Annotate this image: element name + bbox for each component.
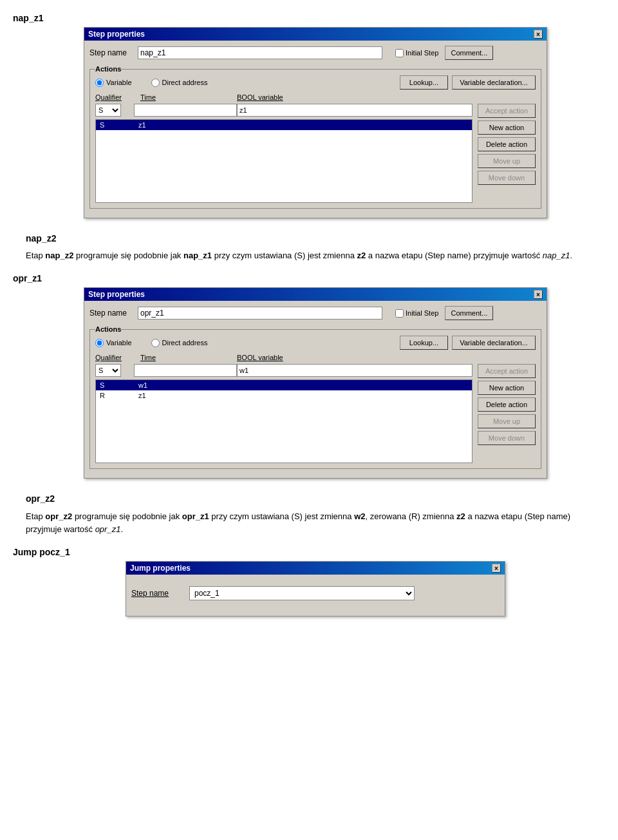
dialog2-actions-fieldset: Actions Variable Direct address Lookup..… [89, 325, 541, 469]
nap-z2-text1: Etap [26, 251, 45, 260]
jump-step-name-label: Step name [131, 589, 189, 598]
dialog1-time-input[interactable] [134, 104, 237, 117]
table-cell-qualifier: S [96, 380, 135, 390]
dialog1-table: S z1 [95, 119, 473, 203]
dialog2-accept-action-btn[interactable]: Accept action [478, 364, 536, 378]
dialog1-titlebar: Step properties × [84, 28, 547, 41]
opr-z2-text3: przy czym ustawiana (S) jest zmienna [209, 511, 354, 521]
dialog2-radio-row: Variable Direct address [95, 339, 220, 347]
dialog2-lookup-btn[interactable]: Lookup... [400, 336, 448, 350]
nap-z2-text3: przy czym ustawiana (S) jest zmienna [212, 251, 357, 260]
dialog1-step-name-label: Step name [89, 48, 138, 57]
jump-dialog-close-btn[interactable]: × [492, 564, 501, 573]
nap-z2-label: nap_z2 [26, 231, 605, 245]
dialog1-initial-step-checkbox[interactable] [395, 49, 404, 57]
dialog2-body: Step name Initial Step Comment... Action… [84, 301, 547, 478]
dialog1-move-up-btn[interactable]: Move up [478, 154, 536, 168]
jump-dialog: Jump properties × Step name pocz_1 [126, 561, 505, 616]
table-cell-qualifier: S [96, 120, 135, 130]
jump-dialog-titlebar: Jump properties × [126, 562, 505, 575]
dialog2-qualifier-col-label: Qualifier [95, 354, 134, 361]
nap-z2-section: nap_z2 Etap nap_z2 programuje się podobn… [26, 231, 605, 263]
dialog2-delete-action-btn[interactable]: Delete action [478, 397, 536, 412]
opr-z1-dialog: Step properties × Step name Initial Step… [84, 287, 547, 479]
dialog2-initial-step-checkbox[interactable] [395, 309, 404, 318]
nap-z2-description: Etap nap_z2 programuje się podobnie jak … [26, 249, 605, 263]
table-row[interactable]: S w1 [96, 380, 472, 390]
nap-z1-label: nap_z1 [13, 13, 605, 23]
dialog2-main-layout: S R N S [95, 364, 536, 466]
opr-z2-text2: programuje się podobnie jak [72, 511, 182, 521]
dialog2-table: S w1 R z1 [95, 379, 473, 463]
dialog2-header-row: Step name Initial Step Comment... [89, 306, 541, 320]
dialog1-variable-declaration-btn[interactable]: Variable declaration... [452, 75, 536, 90]
nap-z1-dialog: Step properties × Step name Initial Step… [84, 27, 547, 218]
dialog1-accept-action-btn[interactable]: Accept action [478, 104, 536, 118]
dialog2-table-inner: S w1 R z1 [96, 380, 472, 401]
table-cell-variable: z1 [135, 390, 472, 401]
dialog1-table-inner: S z1 [96, 120, 472, 130]
dialog2-new-action-btn[interactable]: New action [478, 381, 536, 395]
dialog1-variable-radio[interactable] [95, 79, 104, 87]
dialog2-variable-label: Variable [106, 339, 132, 347]
jump-dialog-title: Jump properties [130, 564, 191, 573]
dialog1-right-panel: Accept action New action Delete action M… [478, 104, 536, 205]
dialog1-new-action-btn[interactable]: New action [478, 120, 536, 135]
dialog1-lookup-btn[interactable]: Lookup... [400, 75, 448, 90]
dialog1-time-col-label: Time [140, 93, 230, 101]
dialog1-left-panel: S R N S [95, 104, 473, 205]
dialog2-bool-col-label: BOOL variable [237, 354, 283, 361]
table-row[interactable]: S z1 [96, 120, 472, 130]
dialog1-move-down-btn[interactable]: Move down [478, 171, 536, 185]
nap-z2-italic1: nap_z1 [543, 251, 570, 260]
dialog1-direct-address-radio[interactable] [151, 79, 160, 87]
dialog2-move-down-btn[interactable]: Move down [478, 431, 536, 445]
dialog1-comment-btn[interactable]: Comment... [445, 46, 493, 60]
opr-z2-section: opr_z2 Etap opr_z2 programuje się podobn… [26, 492, 605, 537]
dialog2-time-input[interactable] [134, 364, 237, 377]
dialog2-actions-legend: Actions [95, 325, 121, 333]
dialog1-header-row: Step name Initial Step Comment... [89, 46, 541, 60]
dialog1-qualifier-select[interactable]: S R N [95, 104, 121, 117]
opr-z2-bold3: w2 [354, 511, 365, 521]
dialog1-close-btn[interactable]: × [534, 30, 543, 39]
dialog1-radio-row: Variable Direct address [95, 79, 220, 87]
dialog2-qualifier-select[interactable]: S R N [95, 364, 121, 377]
dialog1-delete-action-btn[interactable]: Delete action [478, 137, 536, 151]
opr-z2-description: Etap opr_z2 programuje się podobnie jak … [26, 510, 605, 537]
dialog2-close-btn[interactable]: × [534, 290, 543, 299]
dialog2-titlebar: Step properties × [84, 288, 547, 301]
jump-name: pocz_1 [39, 547, 70, 557]
table-cell-variable: w1 [135, 380, 472, 390]
jump-label: Jump pocz_1 [13, 547, 605, 557]
jump-dialog-body: Step name pocz_1 [126, 575, 505, 616]
opr-z1-section: opr_z1 Step properties × Step name Initi… [13, 273, 605, 479]
dialog2-comment-btn[interactable]: Comment... [445, 306, 493, 320]
dialog2-title: Step properties [88, 290, 145, 299]
nap-z2-text5: . [570, 251, 572, 260]
nap-z2-text2: programuje się podobnie jak [73, 251, 183, 260]
dialog1-direct-address-label: Direct address [162, 79, 208, 86]
dialog1-actions-fieldset: Actions Variable Direct address Lookup..… [89, 65, 541, 209]
dialog2-direct-address-radio[interactable] [151, 339, 160, 347]
dialog2-bool-input[interactable] [237, 364, 473, 377]
dialog1-step-name-input[interactable] [138, 46, 382, 59]
dialog2-step-name-input[interactable] [138, 307, 382, 320]
nap-z2-bold2: nap_z1 [183, 251, 212, 260]
dialog2-move-up-btn[interactable]: Move up [478, 414, 536, 428]
dialog2-variable-declaration-btn[interactable]: Variable declaration... [452, 336, 536, 350]
opr-z2-bold1: opr_z2 [45, 511, 72, 521]
table-row[interactable]: R z1 [96, 390, 472, 401]
dialog1-qualifier-header: Qualifier Time BOOL variable [95, 93, 536, 101]
opr-z2-label: opr_z2 [26, 492, 605, 506]
jump-bold: Jump [13, 547, 37, 557]
dialog2-variable-radio[interactable] [95, 339, 104, 347]
nap-z2-text4: a nazwa etapu (Step name) przyjmuje wart… [366, 251, 543, 260]
dialog2-initial-step-label: Initial Step [406, 309, 438, 317]
dialog2-time-col-label: Time [140, 354, 230, 361]
opr-z2-bold2: opr_z1 [182, 511, 209, 521]
dialog1-bool-input[interactable] [237, 104, 473, 117]
dialog2-right-panel: Accept action New action Delete action M… [478, 364, 536, 466]
dialog2-qualifier-header: Qualifier Time BOOL variable [95, 354, 536, 361]
jump-step-name-select[interactable]: pocz_1 [189, 586, 415, 600]
